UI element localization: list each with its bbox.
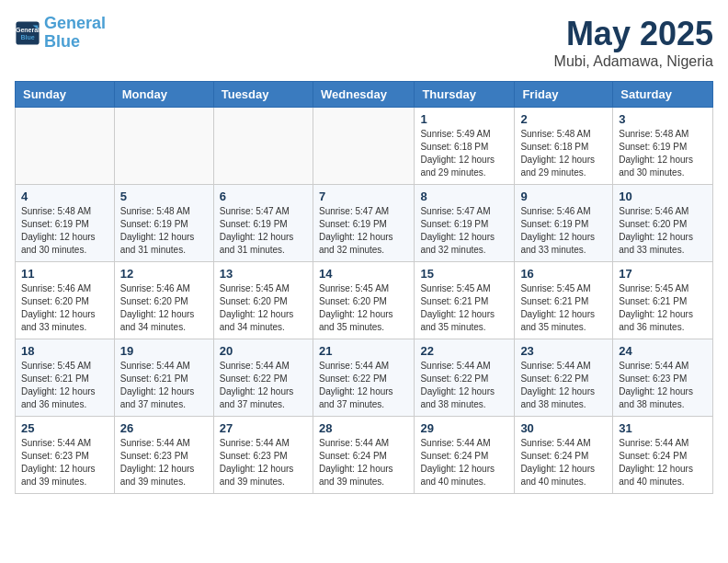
header: General Blue General Blue May 2025 Mubi,… (15, 15, 713, 70)
calendar-cell: 25Sunrise: 5:44 AM Sunset: 6:23 PM Dayli… (16, 417, 115, 494)
day-info: Sunrise: 5:45 AM Sunset: 6:21 PM Dayligh… (21, 360, 108, 411)
day-number: 17 (619, 267, 707, 281)
day-number: 6 (220, 190, 307, 203)
day-info: Sunrise: 5:44 AM Sunset: 6:22 PM Dayligh… (420, 360, 508, 411)
day-number: 9 (520, 190, 607, 203)
day-info: Sunrise: 5:47 AM Sunset: 6:19 PM Dayligh… (220, 205, 307, 257)
day-number: 15 (420, 267, 508, 281)
calendar-week-row: 25Sunrise: 5:44 AM Sunset: 6:23 PM Dayli… (16, 417, 713, 494)
calendar-cell: 9Sunrise: 5:46 AM Sunset: 6:19 PM Daylig… (515, 185, 613, 262)
calendar-cell: 10Sunrise: 5:46 AM Sunset: 6:20 PM Dayli… (613, 185, 713, 262)
day-info: Sunrise: 5:46 AM Sunset: 6:20 PM Dayligh… (120, 282, 208, 334)
day-info: Sunrise: 5:44 AM Sunset: 6:23 PM Dayligh… (220, 437, 307, 488)
calendar-cell: 21Sunrise: 5:44 AM Sunset: 6:22 PM Dayli… (313, 339, 414, 417)
day-number: 19 (120, 344, 208, 358)
day-info: Sunrise: 5:45 AM Sunset: 6:21 PM Dayligh… (520, 282, 607, 334)
day-info: Sunrise: 5:48 AM Sunset: 6:19 PM Dayligh… (120, 205, 208, 257)
calendar-cell: 27Sunrise: 5:44 AM Sunset: 6:23 PM Dayli… (213, 417, 313, 494)
day-info: Sunrise: 5:44 AM Sunset: 6:22 PM Dayligh… (520, 360, 607, 411)
calendar-cell: 4Sunrise: 5:48 AM Sunset: 6:19 PM Daylig… (16, 185, 115, 262)
day-number: 26 (120, 421, 208, 435)
day-info: Sunrise: 5:45 AM Sunset: 6:21 PM Dayligh… (420, 282, 508, 334)
calendar-cell: 23Sunrise: 5:44 AM Sunset: 6:22 PM Dayli… (515, 339, 613, 417)
calendar-cell: 3Sunrise: 5:48 AM Sunset: 6:19 PM Daylig… (613, 108, 713, 185)
day-number: 31 (619, 421, 707, 435)
logo: General Blue General Blue (15, 15, 106, 52)
calendar: SundayMondayTuesdayWednesdayThursdayFrid… (15, 81, 713, 494)
day-info: Sunrise: 5:44 AM Sunset: 6:23 PM Dayligh… (619, 360, 707, 411)
calendar-cell: 20Sunrise: 5:44 AM Sunset: 6:22 PM Dayli… (213, 339, 313, 417)
day-info: Sunrise: 5:49 AM Sunset: 6:18 PM Dayligh… (420, 128, 508, 179)
day-number: 24 (619, 344, 707, 358)
day-info: Sunrise: 5:46 AM Sunset: 6:20 PM Dayligh… (21, 282, 108, 334)
day-number: 28 (319, 421, 408, 435)
calendar-cell: 14Sunrise: 5:45 AM Sunset: 6:20 PM Dayli… (313, 262, 414, 339)
day-number: 8 (420, 190, 508, 203)
weekday-header-cell: Wednesday (313, 82, 414, 108)
weekday-header-cell: Tuesday (213, 82, 313, 108)
calendar-cell: 26Sunrise: 5:44 AM Sunset: 6:23 PM Dayli… (114, 417, 213, 494)
day-number: 27 (220, 421, 307, 435)
day-number: 20 (220, 344, 307, 358)
calendar-cell: 31Sunrise: 5:44 AM Sunset: 6:24 PM Dayli… (613, 417, 713, 494)
calendar-cell: 13Sunrise: 5:45 AM Sunset: 6:20 PM Dayli… (213, 262, 313, 339)
day-number: 23 (520, 344, 607, 358)
svg-text:Blue: Blue (20, 34, 34, 40)
day-info: Sunrise: 5:47 AM Sunset: 6:19 PM Dayligh… (420, 205, 508, 257)
calendar-week-row: 4Sunrise: 5:48 AM Sunset: 6:19 PM Daylig… (16, 185, 713, 262)
day-number: 1 (420, 112, 508, 126)
calendar-cell: 16Sunrise: 5:45 AM Sunset: 6:21 PM Dayli… (515, 262, 613, 339)
day-number: 18 (21, 344, 108, 358)
calendar-cell: 24Sunrise: 5:44 AM Sunset: 6:23 PM Dayli… (613, 339, 713, 417)
day-info: Sunrise: 5:48 AM Sunset: 6:18 PM Dayligh… (520, 128, 607, 179)
day-info: Sunrise: 5:44 AM Sunset: 6:23 PM Dayligh… (120, 437, 208, 488)
day-number: 25 (21, 421, 108, 435)
logo-text: General Blue (44, 15, 106, 52)
calendar-cell: 5Sunrise: 5:48 AM Sunset: 6:19 PM Daylig… (114, 185, 213, 262)
calendar-week-row: 18Sunrise: 5:45 AM Sunset: 6:21 PM Dayli… (16, 339, 713, 417)
day-number: 4 (21, 190, 108, 203)
calendar-cell (213, 108, 313, 185)
month-title: May 2025 (554, 15, 713, 53)
calendar-cell: 1Sunrise: 5:49 AM Sunset: 6:18 PM Daylig… (415, 108, 515, 185)
day-number: 2 (520, 112, 607, 126)
day-info: Sunrise: 5:44 AM Sunset: 6:22 PM Dayligh… (220, 360, 307, 411)
day-info: Sunrise: 5:44 AM Sunset: 6:24 PM Dayligh… (420, 437, 508, 488)
day-info: Sunrise: 5:46 AM Sunset: 6:20 PM Dayligh… (619, 205, 707, 257)
day-number: 29 (420, 421, 508, 435)
calendar-cell: 6Sunrise: 5:47 AM Sunset: 6:19 PM Daylig… (213, 185, 313, 262)
day-info: Sunrise: 5:44 AM Sunset: 6:22 PM Dayligh… (319, 360, 408, 411)
calendar-cell: 29Sunrise: 5:44 AM Sunset: 6:24 PM Dayli… (415, 417, 515, 494)
day-info: Sunrise: 5:48 AM Sunset: 6:19 PM Dayligh… (619, 128, 707, 179)
calendar-cell: 17Sunrise: 5:45 AM Sunset: 6:21 PM Dayli… (613, 262, 713, 339)
day-info: Sunrise: 5:47 AM Sunset: 6:19 PM Dayligh… (319, 205, 408, 257)
day-info: Sunrise: 5:44 AM Sunset: 6:21 PM Dayligh… (120, 360, 208, 411)
day-number: 10 (619, 190, 707, 203)
weekday-header-cell: Saturday (613, 82, 713, 108)
calendar-week-row: 11Sunrise: 5:46 AM Sunset: 6:20 PM Dayli… (16, 262, 713, 339)
day-number: 13 (220, 267, 307, 281)
svg-rect-0 (16, 21, 39, 44)
day-info: Sunrise: 5:44 AM Sunset: 6:24 PM Dayligh… (520, 437, 607, 488)
day-info: Sunrise: 5:45 AM Sunset: 6:20 PM Dayligh… (319, 282, 408, 334)
calendar-cell: 2Sunrise: 5:48 AM Sunset: 6:18 PM Daylig… (515, 108, 613, 185)
calendar-cell: 18Sunrise: 5:45 AM Sunset: 6:21 PM Dayli… (16, 339, 115, 417)
weekday-header-cell: Thursday (415, 82, 515, 108)
calendar-cell: 15Sunrise: 5:45 AM Sunset: 6:21 PM Dayli… (415, 262, 515, 339)
calendar-cell: 12Sunrise: 5:46 AM Sunset: 6:20 PM Dayli… (114, 262, 213, 339)
day-info: Sunrise: 5:44 AM Sunset: 6:24 PM Dayligh… (319, 437, 408, 488)
calendar-cell: 7Sunrise: 5:47 AM Sunset: 6:19 PM Daylig… (313, 185, 414, 262)
title-area: May 2025 Mubi, Adamawa, Nigeria (554, 15, 713, 70)
day-number: 5 (120, 190, 208, 203)
weekday-header-cell: Monday (114, 82, 213, 108)
day-number: 14 (319, 267, 408, 281)
calendar-cell: 8Sunrise: 5:47 AM Sunset: 6:19 PM Daylig… (415, 185, 515, 262)
calendar-cell: 11Sunrise: 5:46 AM Sunset: 6:20 PM Dayli… (16, 262, 115, 339)
day-info: Sunrise: 5:46 AM Sunset: 6:19 PM Dayligh… (520, 205, 607, 257)
location-title: Mubi, Adamawa, Nigeria (554, 53, 713, 70)
calendar-cell (114, 108, 213, 185)
day-info: Sunrise: 5:45 AM Sunset: 6:21 PM Dayligh… (619, 282, 707, 334)
day-number: 22 (420, 344, 508, 358)
day-number: 7 (319, 190, 408, 203)
day-number: 30 (520, 421, 607, 435)
